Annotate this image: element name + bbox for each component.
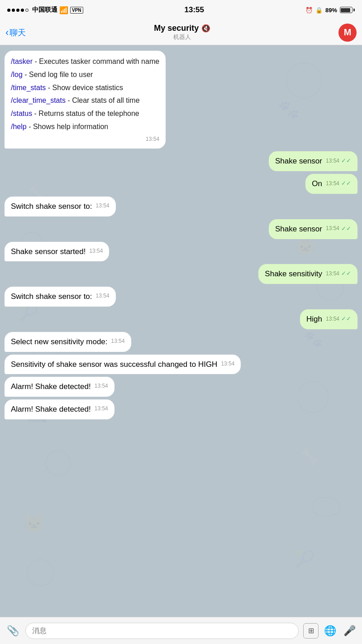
svg-text:🎾: 🎾 <box>295 549 315 568</box>
back-button[interactable]: ‹ 聊天 <box>5 27 26 38</box>
read-receipt: ✓✓ <box>341 179 351 187</box>
contact-avatar[interactable]: M <box>338 24 357 42</box>
cmd-text: /help <box>11 123 27 130</box>
message-time: 13:54 <box>95 382 108 390</box>
emoji-button[interactable]: ⊞ <box>303 623 319 639</box>
cmd-text: /log <box>11 71 23 78</box>
message-meta: 13:54 ✓✓ <box>326 225 351 233</box>
message-bubble: Switch shake sensor to: 13:54 <box>5 287 116 307</box>
message-text: High <box>306 315 322 323</box>
chat-subtitle: 机器人 <box>154 33 210 41</box>
read-receipt: ✓✓ <box>341 225 351 233</box>
microphone-icon: 🎤 <box>343 625 356 637</box>
mute-icon: 🔇 <box>201 24 210 33</box>
dot5 <box>25 9 29 12</box>
message-time: 13:54 <box>96 292 110 300</box>
carrier-label: 中国联通 <box>32 6 57 14</box>
battery-body <box>340 7 352 13</box>
message-time: 13:54 <box>95 405 108 413</box>
message-row: Shake sensitivity 13:54 ✓✓ <box>5 264 357 284</box>
cmd-desc: - Shows help information <box>27 123 109 130</box>
message-bubble: Select new sensitivity mode: 13:54 <box>5 332 131 352</box>
back-label: 聊天 <box>10 27 26 38</box>
message-bubble: Sensitivity of shake sensor was successf… <box>5 355 241 375</box>
wifi-icon: 📶 <box>59 6 68 14</box>
svg-point-7 <box>46 451 70 475</box>
message-row: On 13:54 ✓✓ <box>5 174 357 194</box>
chat-title: My security 🔇 <box>154 24 210 33</box>
cmd-desc: - Show device statistics <box>46 84 123 91</box>
dot4 <box>21 9 24 12</box>
message-row: Switch shake sensor to: 13:54 <box>5 287 357 307</box>
message-time: 13:54 <box>146 135 159 144</box>
message-row: Select new sensitivity mode: 13:54 <box>5 332 357 352</box>
input-bar: 📎 ⊞ 🌐 🎤 <box>0 617 362 644</box>
message-text: Switch shake sensor to: <box>11 202 92 211</box>
dot1 <box>7 9 10 12</box>
message-bubble: Shake sensor 13:54 ✓✓ <box>269 219 357 239</box>
message-row: /tasker - Executes tasker command with n… <box>5 51 357 149</box>
cmd-desc: - Send log file to user <box>23 71 93 78</box>
cmd-desc: - Executes tasker command with name <box>33 58 159 65</box>
message-text: Alarm! Shake detected! <box>11 382 91 391</box>
message-time: 13:54 <box>89 247 103 255</box>
message-text: Select new sensitivity mode: <box>11 337 108 346</box>
cmd-desc: - Returns status of the telephone <box>32 110 139 117</box>
message-meta: 13:54 ✓✓ <box>326 179 351 187</box>
read-receipt: ✓✓ <box>341 315 351 323</box>
message-bubble: Alarm! Shake detected! 13:54 <box>5 399 114 419</box>
cmd-text: /clear_time_stats <box>11 96 66 104</box>
message-input[interactable] <box>25 623 299 639</box>
message-text: Shake sensor <box>275 157 322 165</box>
cmd-line: /status - Returns status of the telephon… <box>11 107 159 120</box>
read-receipt: ✓✓ <box>341 269 351 278</box>
message-row: High 13:54 ✓✓ <box>5 309 357 329</box>
message-bubble: High 13:54 ✓✓ <box>300 309 357 329</box>
vpn-badge: VPN <box>70 7 83 14</box>
battery-fill <box>341 8 350 12</box>
chat-area: 🐾 🦴 🐱 🎾 🐾 📺 🦴 🐱 🎾 /tasker - Executes tas… <box>0 45 362 617</box>
cmd-line: /log - Send log file to user <box>11 68 159 82</box>
message-row: Shake sensor started! 13:54 <box>5 242 357 262</box>
battery-percent: 89% <box>325 7 337 14</box>
message-row: Switch shake sensor to: 13:54 <box>5 197 357 216</box>
message-text: Shake sensor started! <box>11 247 86 256</box>
sticker-button[interactable]: 🌐 <box>322 623 338 639</box>
svg-text:🐱: 🐱 <box>23 513 45 533</box>
message-bubble: Switch shake sensor to: 13:54 <box>5 197 116 216</box>
message-text: Shake sensor <box>275 225 322 233</box>
message-text: On <box>312 179 322 188</box>
message-meta: 13:54 ✓✓ <box>326 157 351 165</box>
message-text: Switch shake sensor to: <box>11 292 92 301</box>
cmd-line: /help - Shows help information <box>11 120 159 134</box>
signal-dots <box>7 9 29 12</box>
status-left: 中国联通 📶 VPN <box>7 6 83 14</box>
message-text: Shake sensitivity <box>265 269 322 278</box>
voice-button[interactable]: 🎤 <box>341 623 357 639</box>
svg-point-9 <box>27 560 53 586</box>
status-time: 13:55 <box>185 5 204 14</box>
svg-text:🦴: 🦴 <box>300 448 319 467</box>
message-text: Sensitivity of shake sensor was successf… <box>11 360 217 369</box>
attach-button[interactable]: 📎 <box>5 623 21 639</box>
cmd-line: /tasker - Executes tasker command with n… <box>11 55 159 68</box>
message-time: 13:54 <box>96 202 110 210</box>
back-chevron-icon: ‹ <box>5 27 9 38</box>
cmd-desc: - Clear stats of all time <box>66 96 140 104</box>
message-bubble: Shake sensor started! 13:54 <box>5 242 109 262</box>
cmd-text: /tasker <box>11 58 33 65</box>
status-right: ⏰ 🔒 89% <box>305 7 355 14</box>
message-bubble: /tasker - Executes tasker command with n… <box>5 51 166 149</box>
message-bubble: Shake sensor 13:54 ✓✓ <box>269 151 357 171</box>
message-bubble: On 13:54 ✓✓ <box>305 174 357 194</box>
sticker-icon: 🌐 <box>324 625 336 637</box>
message-row: Alarm! Shake detected! 13:54 <box>5 399 357 419</box>
message-row: Shake sensor 13:54 ✓✓ <box>5 219 357 239</box>
message-row: Shake sensor 13:54 ✓✓ <box>5 151 357 171</box>
message-meta: 13:54 ✓✓ <box>326 315 351 323</box>
message-row: Sensitivity of shake sensor was successf… <box>5 355 357 375</box>
cmd-text: /time_stats <box>11 84 46 91</box>
message-time: 13:54 <box>221 360 234 368</box>
cmd-line: /time_stats - Show device statistics <box>11 82 159 95</box>
alarm-icon: ⏰ <box>305 7 313 14</box>
